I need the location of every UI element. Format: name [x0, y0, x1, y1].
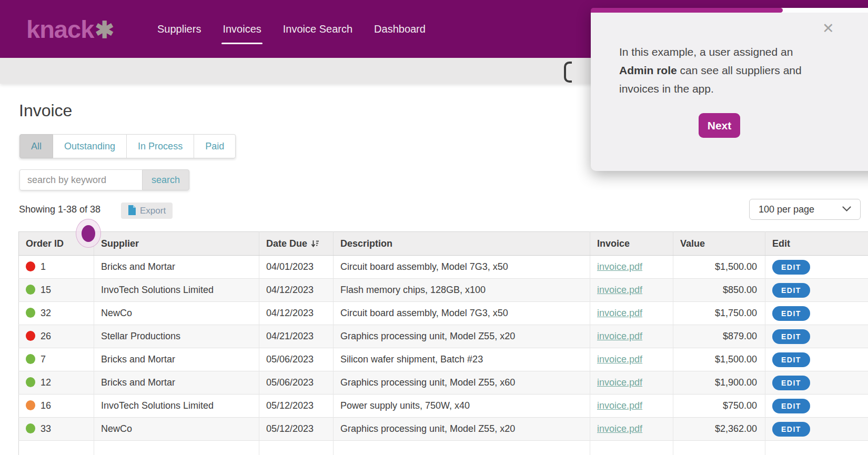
cell-invoice: invoice.pdf	[590, 325, 673, 348]
cell-edit: EDIT	[765, 279, 868, 302]
cell-supplier: Bricks and Mortar	[94, 371, 259, 395]
edit-button[interactable]: EDIT	[772, 399, 810, 413]
column-header-date-due[interactable]: Date Due	[259, 232, 334, 256]
tooltip-text: In this example, a user assigned anAdmin…	[619, 43, 830, 98]
cell-supplier: InvoTech Solutions Limited	[94, 279, 259, 302]
cell-invoice: invoice.pdf	[590, 371, 673, 395]
edit-button[interactable]: EDIT	[772, 329, 810, 344]
cell-supplier: InvoTech Solutions Limited	[94, 395, 259, 418]
invoice-pdf-link[interactable]: invoice.pdf	[597, 285, 642, 295]
table-row-partial	[19, 441, 868, 455]
cell-invoice: invoice.pdf	[590, 256, 673, 279]
tooltip-text-part: invoices in the app.	[619, 83, 714, 95]
invoice-pdf-link[interactable]: invoice.pdf	[597, 377, 642, 388]
cell-empty	[259, 441, 334, 455]
edit-button[interactable]: EDIT	[772, 422, 810, 437]
cell-empty	[19, 441, 94, 455]
cell-edit: EDIT	[765, 325, 868, 348]
search-input[interactable]	[19, 169, 142, 190]
cell-order-id: 32	[19, 302, 94, 325]
cell-empty	[334, 441, 590, 455]
status-dot-green	[26, 377, 35, 387]
tour-progress-fill	[591, 8, 783, 13]
screen: knack✱ SuppliersInvoicesInvoice SearchDa…	[0, 0, 868, 455]
per-page-select[interactable]: 100 per page	[749, 199, 861, 220]
tour-tooltip: ✕ In this example, a user assigned anAdm…	[591, 8, 868, 171]
cell-date-due: 05/12/2023	[259, 395, 334, 418]
invoice-pdf-link[interactable]: invoice.pdf	[597, 308, 642, 318]
column-header-invoice[interactable]: Invoice	[590, 232, 673, 256]
cell-description: Graphics processing unit, Model Z55, x20	[334, 418, 590, 441]
cell-value: $1,750.00	[673, 302, 765, 325]
edit-button[interactable]: EDIT	[772, 376, 810, 390]
cell-order-id: 26	[19, 325, 94, 348]
cell-value: $750.00	[673, 395, 765, 418]
tab-in-process[interactable]: In Process	[127, 134, 194, 158]
cell-description: Graphics processing unit, Model Z55, x20	[334, 325, 590, 348]
cell-value: $2,362.00	[673, 418, 765, 441]
cell-date-due: 04/21/2023	[259, 325, 334, 348]
knack-logo-text: knack	[26, 15, 94, 43]
nav-item-invoices[interactable]: Invoices	[223, 23, 261, 35]
search-row: search	[19, 169, 189, 190]
invoice-pdf-link[interactable]: invoice.pdf	[597, 400, 642, 411]
cell-description: Power supply units, 750W, x40	[334, 395, 590, 418]
cell-supplier: Bricks and Mortar	[94, 348, 259, 371]
cell-empty	[673, 441, 765, 455]
table-row: 7Bricks and Mortar05/06/2023Silicon wafe…	[19, 348, 868, 371]
status-dot-green	[26, 354, 35, 364]
nav-item-dashboard[interactable]: Dashboard	[374, 23, 426, 35]
cell-value: $1,900.00	[673, 371, 765, 395]
nav-item-invoice-search[interactable]: Invoice Search	[283, 23, 352, 35]
next-button[interactable]: Next	[699, 113, 740, 138]
column-header-supplier[interactable]: Supplier	[94, 232, 259, 256]
cell-value: $879.00	[673, 325, 765, 348]
tab-outstanding[interactable]: Outstanding	[53, 134, 127, 158]
cell-order-id: 12	[19, 371, 94, 395]
close-icon[interactable]: ✕	[822, 22, 834, 36]
cell-empty	[590, 441, 673, 455]
invoice-pdf-link[interactable]: invoice.pdf	[597, 261, 642, 272]
column-header-edit[interactable]: Edit	[765, 232, 868, 256]
cell-date-due: 04/12/2023	[259, 279, 334, 302]
edit-button[interactable]: EDIT	[772, 260, 810, 275]
export-button[interactable]: Export	[121, 203, 173, 219]
cell-value: $850.00	[673, 279, 765, 302]
table-row: 12Bricks and Mortar05/06/2023Graphics pr…	[19, 371, 868, 395]
invoice-pdf-link[interactable]: invoice.pdf	[597, 331, 642, 341]
cell-supplier: Bricks and Mortar	[94, 256, 259, 279]
record-count: Showing 1-38 of 38	[19, 204, 100, 215]
document-icon	[128, 205, 136, 217]
cell-description: Silicon wafer shipment, Batch #23	[334, 348, 590, 371]
invoice-table: Order IDSupplierDate DueDescriptionInvoi…	[18, 231, 868, 455]
column-header-value[interactable]: Value	[673, 232, 765, 256]
page-title: Invoice	[19, 101, 72, 120]
table-row: 16InvoTech Solutions Limited05/12/2023Po…	[19, 395, 868, 418]
tab-all[interactable]: All	[19, 134, 53, 158]
edit-button[interactable]: EDIT	[772, 352, 810, 367]
search-button[interactable]: search	[142, 169, 189, 190]
invoice-pdf-link[interactable]: invoice.pdf	[597, 354, 642, 365]
column-header-description[interactable]: Description	[334, 232, 590, 256]
edit-button[interactable]: EDIT	[772, 306, 810, 321]
status-dot-green	[26, 423, 35, 433]
table-header-row: Order IDSupplierDate DueDescriptionInvoi…	[19, 232, 868, 256]
table-row: 33NewCo05/12/2023Graphics processing uni…	[19, 418, 868, 441]
cell-invoice: invoice.pdf	[590, 348, 673, 371]
invoice-pdf-link[interactable]: invoice.pdf	[597, 423, 642, 434]
column-header-order-id[interactable]: Order ID	[19, 232, 94, 256]
knack-logo: knack✱	[26, 17, 114, 42]
edit-button[interactable]: EDIT	[772, 283, 810, 298]
cell-empty	[765, 441, 868, 455]
cell-value: $1,500.00	[673, 348, 765, 371]
tab-paid[interactable]: Paid	[194, 134, 236, 158]
cell-supplier: Stellar Productions	[94, 325, 259, 348]
cell-edit: EDIT	[765, 418, 868, 441]
nav-item-suppliers[interactable]: Suppliers	[157, 23, 201, 35]
tooltip-text-part: can see all suppliers and	[677, 64, 802, 76]
table-body: 1Bricks and Mortar04/01/2023Circuit boar…	[19, 256, 868, 455]
cell-invoice: invoice.pdf	[590, 279, 673, 302]
cell-description: Flash memory chips, 128GB, x100	[334, 279, 590, 302]
cell-value: $1,500.00	[673, 256, 765, 279]
tooltip-text-part: In this example, a user assigned an	[619, 46, 793, 58]
